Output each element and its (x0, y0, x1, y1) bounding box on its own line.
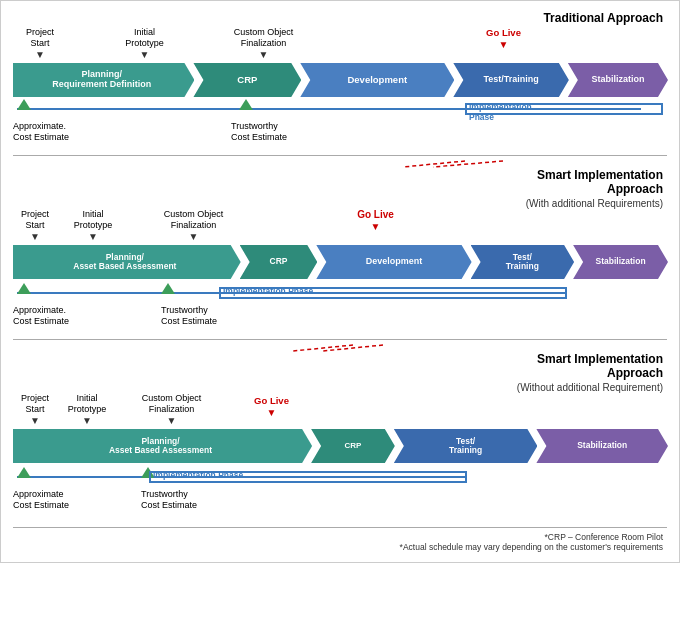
label-project-start-2: ProjectStart ▼ (15, 209, 55, 243)
section2-subtitle: (With additional Requirements) (511, 198, 667, 209)
section1-chevrons: Planning/Requirement Definition CRP Deve… (13, 63, 667, 97)
section3-title: Smart ImplementationApproach (511, 352, 667, 380)
label-custom-obj-3: Custom ObjectFinalization ▼ (139, 393, 204, 427)
section3-cost: ApproximateCost Estimate TrustworthyCost… (13, 489, 667, 515)
section-smart-additional: Smart ImplementationApproach (With addit… (13, 168, 667, 340)
label-initial-proto-1: InitialPrototype ▼ (117, 27, 172, 61)
section-traditional: Traditional Approach ProjectStart ▼ Init… (13, 11, 667, 156)
svg-line-0 (403, 161, 465, 167)
svg-line-3 (323, 345, 383, 351)
section-smart-without: Smart ImplementationApproach (Without ad… (13, 352, 667, 523)
diagram-container: Traditional Approach ProjectStart ▼ Init… (0, 0, 680, 563)
footnotes-area: *CRP – Conference Room Pilot *Actual sch… (13, 528, 667, 552)
section3-timeline: Implementation Phase (13, 469, 667, 487)
section2-chevrons-area: Planning/Asset Based Assessment CRP Deve… (13, 245, 667, 283)
chevron-dev-1: Development (300, 63, 454, 97)
chevron-test-2: Test/Training (471, 245, 575, 279)
svg-line-2 (293, 345, 353, 351)
label-initial-proto-2: InitialPrototype ▼ (69, 209, 117, 243)
chevron-planning-2: Planning/Asset Based Assessment (13, 245, 241, 279)
chevron-stab-3: Stabilization (536, 429, 668, 463)
section2-title-area: Smart ImplementationApproach (With addit… (507, 168, 667, 209)
section2-chevrons-bottom: Planning/Asset Based Assessment CRP Deve… (13, 245, 667, 279)
red-dash-svg-1 (13, 160, 653, 168)
chevron-planning-3: Planning/Asset Based Assessment (13, 429, 312, 463)
footnote-2: *Actual schedule may vary depending on t… (13, 542, 663, 552)
cost-trustworthy-2: TrustworthyCost Estimate (161, 305, 217, 327)
section1-labels-row: ProjectStart ▼ InitialPrototype ▼ Custom… (13, 27, 667, 63)
chevron-planning-1: Planning/Requirement Definition (13, 63, 194, 97)
chevron-crp-3: CRP (311, 429, 395, 463)
section2-timeline: Implementation Phase (13, 285, 667, 303)
section3-chevrons-area: Planning/Asset Based Assessment CRP Test… (13, 429, 667, 467)
label-go-live-3: Go Live ▼ (249, 395, 294, 419)
section2-impl-label: Implementation Phase (223, 286, 313, 296)
cost-trustworthy-1: TrustworthyCost Estimate (231, 121, 287, 143)
label-custom-obj-2: Custom ObjectFinalization ▼ (161, 209, 226, 243)
section1-impl-label: ImplementationPhase (469, 102, 532, 122)
red-dash-svg-2 (13, 344, 653, 352)
chevron-dev-2: Development (316, 245, 471, 279)
cost-approx-2: Approximate.Cost Estimate (13, 305, 69, 327)
section3-chevrons: Planning/Asset Based Assessment CRP Test… (13, 429, 667, 463)
label-project-start-1: ProjectStart ▼ (15, 27, 65, 61)
section3-subtitle: (Without additional Requirement) (511, 382, 667, 393)
section2-labels-row: ProjectStart ▼ InitialPrototype ▼ Custom… (13, 209, 667, 245)
chevron-stab-2: Stabilization (573, 245, 668, 279)
section1-cost: Approximate.Cost Estimate TrustworthyCos… (13, 121, 667, 147)
section1-title: Traditional Approach (511, 11, 667, 25)
label-custom-obj-1: Custom ObjectFinalization ▼ (231, 27, 296, 61)
chevron-test-1: Test/Training (453, 63, 569, 97)
section2-cost: Approximate.Cost Estimate TrustworthyCos… (13, 305, 667, 331)
chevron-crp-1: CRP (193, 63, 301, 97)
cost-trustworthy-3: TrustworthyCost Estimate (141, 489, 197, 511)
label-go-live-1: Go Live ▼ (481, 27, 526, 51)
footnote-1: *CRP – Conference Room Pilot (13, 532, 663, 542)
svg-line-1 (433, 161, 503, 167)
section2-title: Smart ImplementationApproach (511, 168, 667, 196)
label-initial-proto-3: InitialPrototype ▼ (63, 393, 111, 427)
chevron-stab-1: Stabilization (568, 63, 668, 97)
red-dashes-area-1 (13, 160, 667, 168)
cost-approx-3: ApproximateCost Estimate (13, 489, 69, 511)
section3-labels-row: ProjectStart ▼ InitialPrototype ▼ Custom… (13, 393, 667, 429)
section1-timeline: ImplementationPhase (13, 101, 667, 119)
cost-approx-1: Approximate.Cost Estimate (13, 121, 69, 143)
label-project-start-3: ProjectStart ▼ (15, 393, 55, 427)
section1-title-area: Traditional Approach (507, 11, 667, 27)
red-dashes-area-2 (13, 344, 667, 352)
chevron-test-3: Test/Training (394, 429, 538, 463)
section3-title-area: Smart ImplementationApproach (Without ad… (507, 352, 667, 393)
label-go-live-2: Go Live ▼ (353, 209, 398, 233)
chevron-crp-2: CRP (240, 245, 318, 279)
section3-impl-label: Implementation Phase (153, 470, 243, 480)
